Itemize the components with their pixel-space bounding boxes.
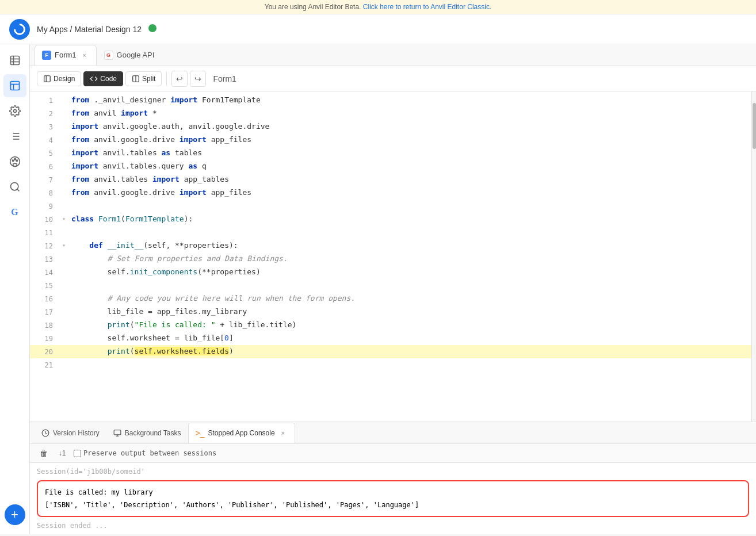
svg-point-15 bbox=[12, 160, 14, 162]
code-line-15: 15 bbox=[30, 279, 751, 292]
background-tasks-label: Background Tasks bbox=[125, 429, 181, 437]
code-line-21: 21 bbox=[30, 358, 751, 372]
sidebar-item-settings[interactable] bbox=[3, 99, 26, 122]
editor-tab-bar: F Form1 × G Google API bbox=[30, 44, 756, 66]
sidebar-item-list[interactable] bbox=[3, 125, 26, 148]
status-indicator bbox=[148, 24, 156, 32]
table-icon bbox=[9, 55, 21, 66]
preserve-checkbox[interactable] bbox=[74, 450, 81, 457]
tab-form1[interactable]: F Form1 × bbox=[35, 45, 97, 66]
banner-text: You are using Anvil Editor Beta. bbox=[265, 3, 361, 11]
main-content: F Form1 × G Google API Design bbox=[30, 44, 756, 534]
app-layout: G + F Form1 × G Google API bbox=[0, 44, 756, 534]
console-toolbar: 🗑 ↓1 Preserve output between sessions bbox=[30, 444, 756, 463]
banner-link[interactable]: Click here to return to Anvil Editor Cla… bbox=[363, 3, 491, 11]
code-line-17: 17 lib_file = app_files.my_library bbox=[30, 305, 751, 319]
code-line-8: 8 from anvil.google.drive import app_fil… bbox=[30, 186, 751, 200]
tab-version-history[interactable]: Version History bbox=[35, 423, 106, 443]
preserve-text: Preserve output between sessions bbox=[83, 449, 216, 457]
add-button[interactable]: + bbox=[5, 504, 25, 525]
stopped-app-console-label: Stopped App Console bbox=[208, 429, 275, 437]
left-sidebar: G + bbox=[0, 44, 30, 534]
sidebar-item-search[interactable] bbox=[3, 175, 26, 198]
console-tab-close[interactable]: × bbox=[278, 428, 288, 438]
code-line-16: 16 # Any code you write here will run wh… bbox=[30, 292, 751, 305]
code-icon bbox=[90, 75, 98, 83]
code-line-13: 13 # Set Form properties and Data Bindin… bbox=[30, 252, 751, 266]
version-history-label: Version History bbox=[53, 429, 100, 437]
split-button[interactable]: Split bbox=[125, 71, 162, 86]
breadcrumb-text: My Apps / Material Design 12 bbox=[37, 25, 142, 34]
code-label: Code bbox=[100, 75, 117, 83]
tab-form1-label: Form1 bbox=[55, 51, 77, 59]
console-output: Session(id='j1b00b/someid' File is calle… bbox=[30, 463, 756, 534]
svg-rect-4 bbox=[10, 82, 19, 90]
svg-rect-0 bbox=[10, 56, 19, 65]
svg-line-19 bbox=[17, 189, 19, 192]
breadcrumb: My Apps / Material Design 12 bbox=[37, 24, 156, 34]
code-line-18: 18 print("File is called: " + lib_file.t… bbox=[30, 319, 751, 332]
split-label: Split bbox=[142, 75, 155, 83]
sidebar-item-forms[interactable] bbox=[3, 74, 26, 97]
sidebar-item-google[interactable]: G bbox=[3, 201, 26, 224]
console-line-session-end: Session ended ... bbox=[37, 519, 749, 532]
app-logo[interactable] bbox=[9, 19, 30, 40]
tab-form1-close[interactable]: × bbox=[80, 51, 89, 60]
design-button[interactable]: Design bbox=[37, 71, 81, 86]
svg-rect-25 bbox=[114, 430, 121, 434]
add-icon: + bbox=[11, 508, 18, 521]
forms-icon bbox=[9, 80, 21, 91]
search-icon bbox=[9, 181, 21, 193]
code-button[interactable]: Code bbox=[83, 71, 123, 86]
palette-icon bbox=[9, 156, 21, 167]
console-output-file-line: File is called: my library bbox=[45, 486, 741, 499]
split-icon bbox=[132, 75, 140, 83]
settings-icon bbox=[9, 105, 21, 117]
bottom-tab-bar: Version History Background Tasks >_ Stop… bbox=[30, 422, 756, 443]
logo-icon bbox=[12, 21, 28, 37]
sidebar-item-data[interactable] bbox=[3, 49, 26, 72]
code-line-9: 9 bbox=[30, 200, 751, 213]
form1-tab-icon: F bbox=[42, 51, 51, 60]
google-letter: G bbox=[11, 207, 18, 217]
preserve-label[interactable]: Preserve output between sessions bbox=[74, 449, 216, 457]
top-banner: You are using Anvil Editor Beta. Click h… bbox=[0, 0, 756, 14]
design-icon bbox=[43, 75, 51, 83]
console-scroll-button[interactable]: ↓1 bbox=[55, 446, 69, 460]
editor-toolbar: Design Code Split ↩ ↪ Form1 bbox=[30, 66, 756, 91]
code-line-6: 6 import anvil.tables.query as q bbox=[30, 160, 751, 173]
code-line-3: 3 import anvil.google.auth, anvil.google… bbox=[30, 120, 751, 133]
toolbar-divider bbox=[166, 72, 167, 86]
code-line-1: 1 from ._anvil_designer import Form1Temp… bbox=[30, 94, 751, 107]
console-highlight-box: File is called: my library ['ISBN', 'Tit… bbox=[37, 480, 749, 517]
code-editor[interactable]: 1 from ._anvil_designer import Form1Temp… bbox=[30, 91, 751, 422]
sidebar-item-theme[interactable] bbox=[3, 150, 26, 173]
console-trash-button[interactable]: 🗑 bbox=[37, 446, 51, 460]
design-label: Design bbox=[54, 75, 75, 83]
background-tasks-icon bbox=[113, 429, 121, 437]
list-icon bbox=[9, 131, 21, 142]
code-line-11: 11 bbox=[30, 226, 751, 239]
code-line-2: 2 from anvil import * bbox=[30, 107, 751, 120]
code-line-19: 19 self.worksheet = lib_file[0] bbox=[30, 332, 751, 345]
code-line-12: 12 ▾ def __init__(self, **properties): bbox=[30, 239, 751, 252]
console-area: 🗑 ↓1 Preserve output between sessions Se… bbox=[30, 443, 756, 534]
code-line-20: 20 print(self.worksheet.fields) bbox=[30, 345, 751, 358]
file-title: Form1 bbox=[213, 74, 236, 83]
tab-background-tasks[interactable]: Background Tasks bbox=[106, 423, 188, 443]
console-line-session: Session(id='j1b00b/someid' bbox=[37, 465, 749, 478]
editor-scrollbar[interactable] bbox=[751, 91, 756, 422]
console-terminal-icon: >_ bbox=[196, 428, 205, 438]
tab-google-api-label: Google API bbox=[117, 51, 155, 59]
google-api-tab-icon: G bbox=[104, 51, 113, 60]
tab-google-api[interactable]: G Google API bbox=[97, 45, 162, 66]
undo-button[interactable]: ↩ bbox=[171, 71, 188, 87]
main-header: My Apps / Material Design 12 bbox=[0, 14, 756, 44]
console-output-fields-line: ['ISBN', 'Title', 'Description', 'Author… bbox=[45, 499, 741, 511]
code-line-7: 7 from anvil.tables import app_tables bbox=[30, 173, 751, 186]
svg-rect-20 bbox=[44, 75, 51, 82]
svg-point-18 bbox=[10, 183, 18, 190]
redo-button[interactable]: ↪ bbox=[190, 71, 206, 87]
tab-stopped-app-console[interactable]: >_ Stopped App Console × bbox=[188, 423, 295, 443]
code-line-4: 4 from anvil.google.drive import app_fil… bbox=[30, 133, 751, 147]
